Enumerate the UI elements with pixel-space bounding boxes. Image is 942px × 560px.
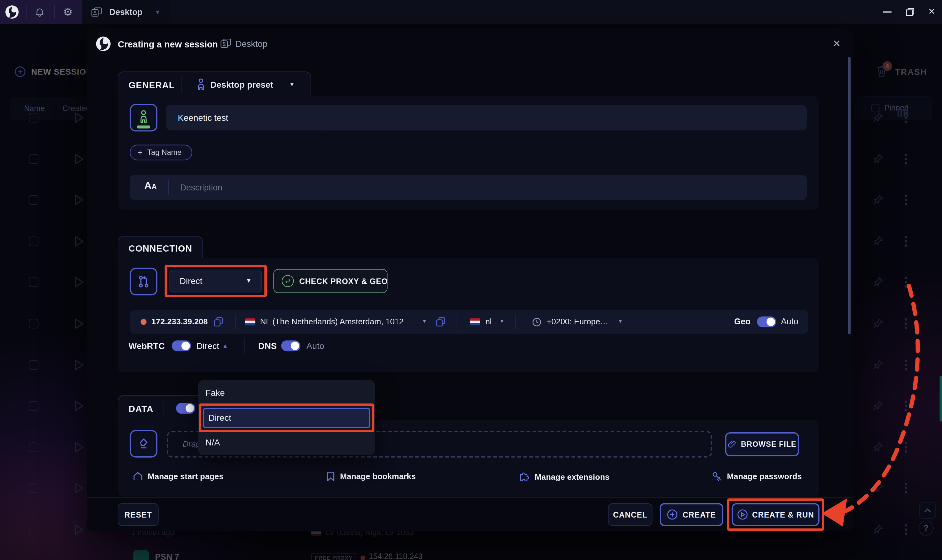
general-tab-label: GENERAL [129, 80, 175, 90]
session-name-input[interactable]: Keenetic test [166, 105, 807, 131]
ip-status-dot [140, 319, 146, 325]
manage-extensions-label: Manage extensions [535, 472, 610, 482]
paperclip-icon [728, 440, 737, 449]
timezone-value[interactable]: +0200: Europe… [547, 317, 608, 326]
geo-info-bar: 172.233.39.208 NL (The Netherlands) Amst… [130, 310, 808, 334]
location-caret-icon[interactable]: ▾ [423, 318, 426, 324]
webrtc-toggle[interactable] [172, 340, 191, 351]
dropdown-option-na[interactable]: N/A [205, 438, 220, 447]
timezone-caret-icon[interactable]: ▾ [619, 318, 622, 324]
manage-passwords-link[interactable]: Manage passwords [712, 471, 802, 482]
general-tab[interactable]: GENERAL Desktop preset ▾ [118, 71, 311, 97]
modal-context-label: Desktop [236, 39, 267, 49]
check-proxy-button[interactable]: ⇄ CHECK PROXY & GEO [273, 269, 387, 293]
tag-button-label: Tag Name [147, 148, 182, 157]
manage-extensions-link[interactable]: Manage extensions [519, 471, 610, 482]
modal-title: Creating a new session in [118, 39, 228, 49]
session-person-icon [139, 109, 148, 124]
proxy-type-select[interactable]: Direct ▾ [169, 270, 262, 292]
modal-context-icon [220, 38, 231, 48]
description-input[interactable]: AA Description [130, 175, 807, 200]
preset-select-value[interactable]: Desktop preset [210, 80, 273, 89]
language-value[interactable]: nl [486, 317, 492, 326]
bookmark-icon [327, 471, 335, 482]
ip-value: 172.233.39.208 [151, 317, 208, 326]
play-circle-icon [737, 509, 748, 520]
create-label: CREATE [683, 510, 716, 519]
webrtc-label: WebRTC [129, 341, 165, 351]
connection-card: Direct ▾ ⇄ CHECK PROXY & GEO 172.233.39.… [118, 258, 819, 372]
home-icon [133, 471, 143, 482]
notifications-button[interactable] [34, 6, 45, 17]
browse-file-label: BROWSE FILE [741, 440, 796, 449]
copy-icon[interactable] [436, 317, 445, 327]
cancel-button[interactable]: CANCEL [608, 503, 652, 526]
language-caret-icon[interactable]: ▾ [500, 318, 504, 324]
data-toggle[interactable] [176, 403, 196, 414]
manage-bookmarks-label: Manage bookmarks [340, 472, 416, 481]
reset-label: RESET [124, 510, 152, 519]
eraser-icon [137, 437, 150, 450]
create-run-highlight: CREATE & RUN [727, 498, 824, 531]
dns-value: Auto [307, 341, 324, 351]
bell-icon [34, 6, 45, 17]
proxy-type-caret-icon: ▾ [247, 276, 251, 285]
window-maximize-button[interactable] [901, 0, 919, 24]
session-name-value: Keenetic test [178, 113, 228, 123]
id-card-icon [91, 7, 102, 17]
location-value[interactable]: NL (The Netherlands) Amsterdam, 1012 [260, 317, 404, 326]
manage-start-pages-label: Manage start pages [148, 472, 223, 481]
copy-icon[interactable] [214, 317, 223, 327]
manage-passwords-label: Manage passwords [727, 472, 802, 481]
webrtc-caret-up-icon[interactable]: ▴ [224, 342, 227, 349]
puzzle-icon [519, 471, 530, 482]
clock-icon [532, 318, 541, 327]
app-logo-icon[interactable] [5, 5, 19, 18]
connection-tab[interactable]: CONNECTION [118, 236, 203, 259]
data-tab[interactable]: DATA [118, 395, 211, 420]
title-bar: ⚙ Desktop ▾ ✕ [0, 0, 942, 24]
eraser-icon-box[interactable] [130, 430, 157, 457]
manage-start-pages-link[interactable]: Manage start pages [133, 471, 224, 482]
add-tag-button[interactable]: + Tag Name [130, 145, 192, 160]
key-icon [712, 471, 722, 482]
dropdown-option-direct[interactable]: Direct [203, 408, 370, 428]
preset-caret-icon[interactable]: ▾ [290, 80, 294, 88]
tab-caret-icon[interactable]: ▾ [156, 8, 160, 16]
webrtc-value[interactable]: Direct [196, 341, 219, 351]
dropdown-selected-highlight: Direct [199, 404, 375, 432]
plus-circle-icon [667, 509, 678, 520]
gear-icon: ⚙ [63, 6, 73, 18]
nl-flag-icon [245, 318, 256, 325]
new-session-modal: Creating a new session in Desktop ✕ GENE… [87, 28, 853, 531]
modal-logo-icon [96, 37, 111, 51]
proxy-type-highlight: Direct ▾ [165, 265, 267, 297]
modal-close-button[interactable]: ✕ [833, 38, 841, 49]
restore-icon [906, 8, 914, 16]
proxy-nodes-icon [137, 274, 151, 289]
create-run-button[interactable]: CREATE & RUN [732, 503, 820, 526]
session-icon-box[interactable] [130, 104, 157, 131]
font-size-icon: AA [144, 180, 157, 192]
tab-desktop[interactable]: Desktop ▾ [82, 0, 171, 24]
geo-toggle[interactable] [757, 317, 777, 328]
preset-person-icon [196, 78, 205, 91]
reset-button[interactable]: RESET [118, 503, 159, 526]
connection-tab-label: CONNECTION [129, 243, 193, 254]
modal-scrollbar[interactable] [848, 57, 851, 335]
settings-button[interactable]: ⚙ [63, 5, 73, 18]
check-proxy-label: CHECK PROXY & GEO [299, 277, 388, 286]
window-minimize-button[interactable] [878, 0, 896, 24]
data-tab-label: DATA [129, 404, 154, 414]
dropdown-option-fake[interactable]: Fake [205, 388, 225, 398]
window-close-button[interactable]: ✕ [923, 0, 942, 24]
tab-desktop-label: Desktop [109, 7, 142, 17]
browse-file-button[interactable]: BROWSE FILE [725, 432, 799, 456]
description-placeholder: Description [180, 183, 222, 192]
dns-toggle[interactable] [281, 340, 301, 351]
window-close-icon: ✕ [928, 6, 936, 16]
manage-bookmarks-link[interactable]: Manage bookmarks [327, 471, 416, 482]
geo-label: Geo [734, 317, 750, 326]
footer-divider [87, 497, 853, 498]
create-button[interactable]: CREATE [660, 503, 723, 526]
